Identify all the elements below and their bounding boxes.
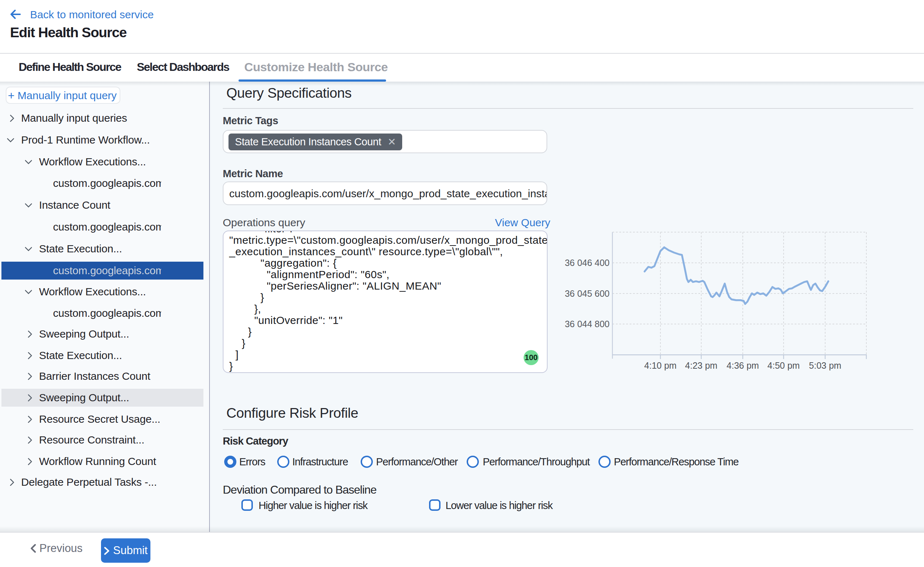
svg-text:4:50 pm: 4:50 pm (768, 360, 800, 370)
svg-text:36 045 600: 36 045 600 (565, 288, 610, 298)
svg-text:4:36 pm: 4:36 pm (727, 360, 759, 370)
svg-text:36 046 400: 36 046 400 (565, 258, 610, 268)
svg-text:5:03 pm: 5:03 pm (809, 360, 841, 370)
svg-text:36 044 800: 36 044 800 (565, 319, 610, 329)
svg-text:4:23 pm: 4:23 pm (685, 360, 717, 370)
svg-text:4:10 pm: 4:10 pm (644, 360, 676, 370)
